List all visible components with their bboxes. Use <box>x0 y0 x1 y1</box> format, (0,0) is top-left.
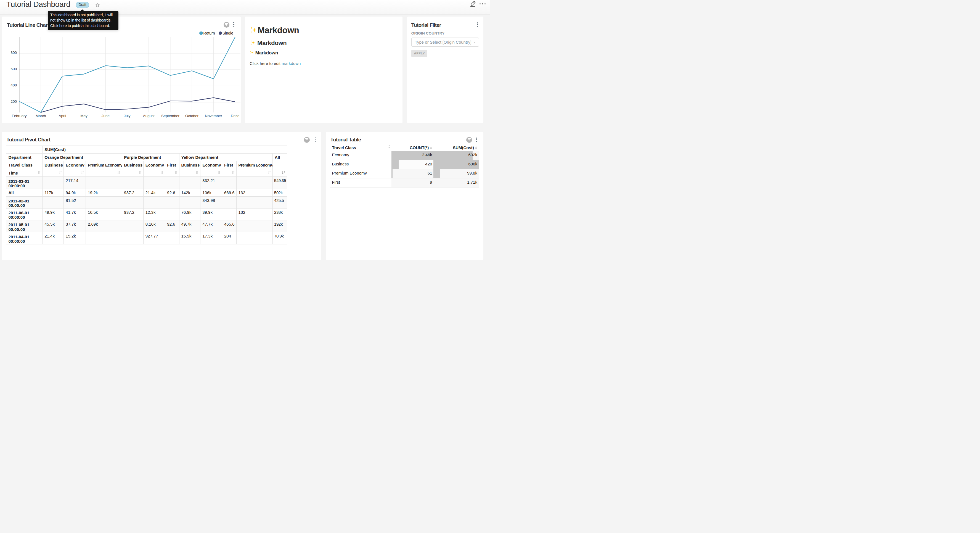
svg-text:Dece: Dece <box>231 114 240 118</box>
svg-text:April: April <box>59 114 66 118</box>
svg-text:February: February <box>11 114 27 118</box>
svg-text:July: July <box>124 114 130 118</box>
svg-text:August: August <box>143 114 154 118</box>
svg-text:800: 800 <box>11 51 17 55</box>
svg-text:May: May <box>80 114 88 118</box>
svg-text:200: 200 <box>11 99 17 104</box>
svg-text:March: March <box>36 114 46 118</box>
svg-text:November: November <box>205 114 222 118</box>
svg-text:June: June <box>102 114 110 118</box>
svg-text:600: 600 <box>11 67 17 71</box>
svg-text:September: September <box>161 114 180 118</box>
svg-text:400: 400 <box>11 83 17 87</box>
svg-text:October: October <box>185 114 199 118</box>
